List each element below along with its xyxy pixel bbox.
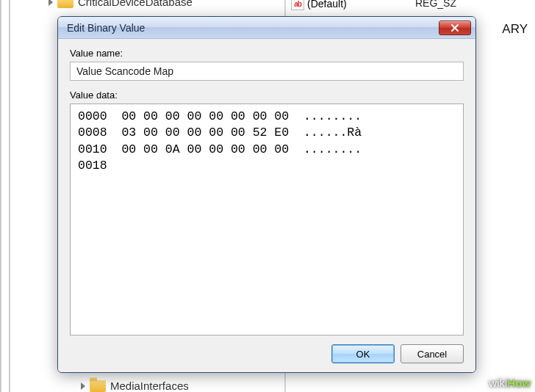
list-default-type: REG_SZ bbox=[415, 0, 456, 9]
string-value-icon: ab bbox=[291, 0, 304, 10]
partial-type-label: ARY bbox=[502, 22, 528, 37]
folder-icon bbox=[57, 0, 73, 8]
close-icon bbox=[450, 23, 459, 32]
dialog-client-area: Value name: Value data: 0000 00 00 00 00… bbox=[58, 39, 475, 372]
chevron-right-icon[interactable] bbox=[81, 382, 85, 390]
titlebar[interactable]: Edit Binary Value bbox=[58, 17, 475, 39]
chevron-right-icon[interactable] bbox=[49, 0, 53, 6]
value-data-label: Value data: bbox=[70, 90, 464, 101]
tree-item-mediainterfaces[interactable]: MediaInterfaces bbox=[81, 380, 189, 392]
value-data-hex-editor[interactable]: 0000 00 00 00 00 00 00 00 00 ........ 00… bbox=[70, 104, 464, 335]
close-button[interactable] bbox=[439, 21, 471, 35]
tree-item-label: MediaInterfaces bbox=[110, 380, 189, 392]
folder-icon bbox=[90, 380, 106, 392]
list-row-default[interactable]: ab (Default) bbox=[291, 0, 347, 10]
value-name-label: Value name: bbox=[70, 48, 464, 59]
tree-item-criticaldevicedatabase[interactable]: CriticalDeviceDatabase bbox=[49, 0, 193, 8]
dialog-title: Edit Binary Value bbox=[67, 22, 439, 34]
value-name-input[interactable] bbox=[70, 62, 464, 81]
cancel-button[interactable]: Cancel bbox=[401, 344, 464, 363]
tree-item-label: CriticalDeviceDatabase bbox=[78, 0, 193, 8]
edit-binary-value-dialog: Edit Binary Value Value name: Value data… bbox=[57, 16, 476, 373]
dialog-button-row: OK Cancel bbox=[70, 335, 464, 363]
ok-button[interactable]: OK bbox=[331, 344, 395, 363]
list-default-name: (Default) bbox=[307, 0, 347, 10]
